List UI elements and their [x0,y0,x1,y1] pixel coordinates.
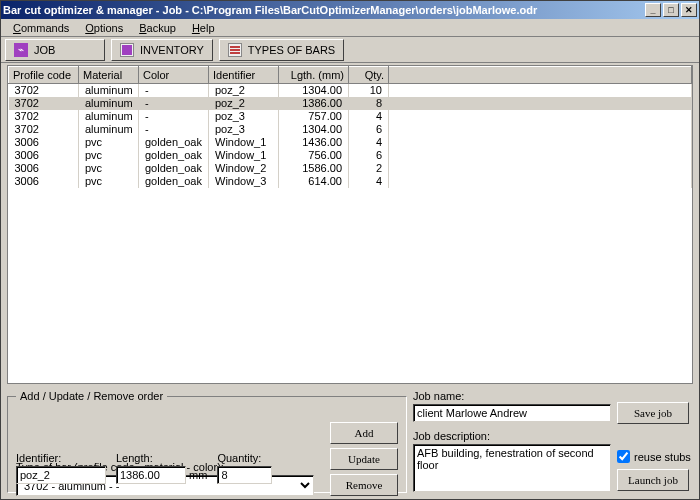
close-button[interactable]: ✕ [681,3,697,17]
table-row[interactable]: 3006pvcgolden_oakWindow_1756.006 [9,149,692,162]
window-title: Bar cut optimizer & manager - Job - C:\P… [3,4,645,16]
maximize-button[interactable]: □ [663,3,679,17]
table-row[interactable]: 3006pvcgolden_oakWindow_21586.002 [9,162,692,175]
tab-types-label: TYPES OF BARS [248,44,335,56]
col-color[interactable]: Color [139,67,209,84]
menu-options-label: ptions [94,22,123,34]
minimize-button[interactable]: _ [645,3,661,17]
inventory-icon [120,43,134,57]
types-icon [228,43,242,57]
launchjob-button[interactable]: Launch job [617,469,689,491]
col-material[interactable]: Material [79,67,139,84]
table-row[interactable]: 3702aluminum-poz_21386.008 [9,97,692,110]
reuse-checkbox-row[interactable]: reuse stubs [617,450,693,463]
length-input[interactable] [116,466,186,484]
table-row[interactable]: 3702aluminum-poz_21304.0010 [9,84,692,97]
order-form-legend: Add / Update / Remove order [16,390,167,402]
qty-input[interactable] [217,466,272,484]
tab-job-label: JOB [34,44,55,56]
menubar: Commands Options Backup Help [1,19,699,37]
menu-help-label: elp [200,22,215,34]
orders-grid[interactable]: Profile code Material Color Identifier L… [7,65,693,384]
col-identifier[interactable]: Identifier [209,67,279,84]
tab-types[interactable]: TYPES OF BARS [219,39,344,61]
update-button[interactable]: Update [330,448,398,470]
menu-commands-label: ommands [21,22,69,34]
grid-header-row: Profile code Material Color Identifier L… [9,67,692,84]
tabbar: ⌁ JOB INVENTORY TYPES OF BARS [1,37,699,63]
col-length[interactable]: Lgth. (mm) [279,67,349,84]
savejob-button[interactable]: Save job [617,402,689,424]
order-form: Add / Update / Remove order Type of bar … [7,390,407,493]
col-spacer [389,67,692,84]
tab-inventory-label: INVENTORY [140,44,204,56]
menu-commands[interactable]: Commands [5,20,77,36]
table-row[interactable]: 3702aluminum-poz_31304.006 [9,123,692,136]
jobdesc-label: Job description: [413,430,611,442]
tab-inventory[interactable]: INVENTORY [111,39,213,61]
identifier-label: Identifier: [16,452,106,464]
reuse-checkbox[interactable] [617,450,630,463]
grid-empty-area [8,188,692,384]
jobname-label: Job name: [413,390,611,402]
col-profile[interactable]: Profile code [9,67,79,84]
qty-label: Quantity: [217,452,272,464]
titlebar[interactable]: Bar cut optimizer & manager - Job - C:\P… [1,1,699,19]
tab-job[interactable]: ⌁ JOB [5,39,105,61]
table-row[interactable]: 3702aluminum-poz_3757.004 [9,110,692,123]
table-row[interactable]: 3006pvcgolden_oakWindow_3614.004 [9,175,692,188]
length-unit: mm [189,469,207,481]
add-button[interactable]: Add [330,422,398,444]
menu-backup-label: ackup [147,22,176,34]
menu-options[interactable]: Options [77,20,131,36]
col-qty[interactable]: Qty. [349,67,389,84]
job-icon: ⌁ [14,43,28,57]
table-row[interactable]: 3006pvcgolden_oakWindow_11436.004 [9,136,692,149]
remove-button[interactable]: Remove [330,474,398,496]
length-label: Length: [116,452,207,464]
reuse-label: reuse stubs [634,451,691,463]
menu-help[interactable]: Help [184,20,223,36]
jobname-input[interactable] [413,404,611,422]
menu-backup[interactable]: Backup [131,20,184,36]
jobdesc-textarea[interactable] [413,444,611,492]
identifier-input[interactable] [16,466,106,484]
